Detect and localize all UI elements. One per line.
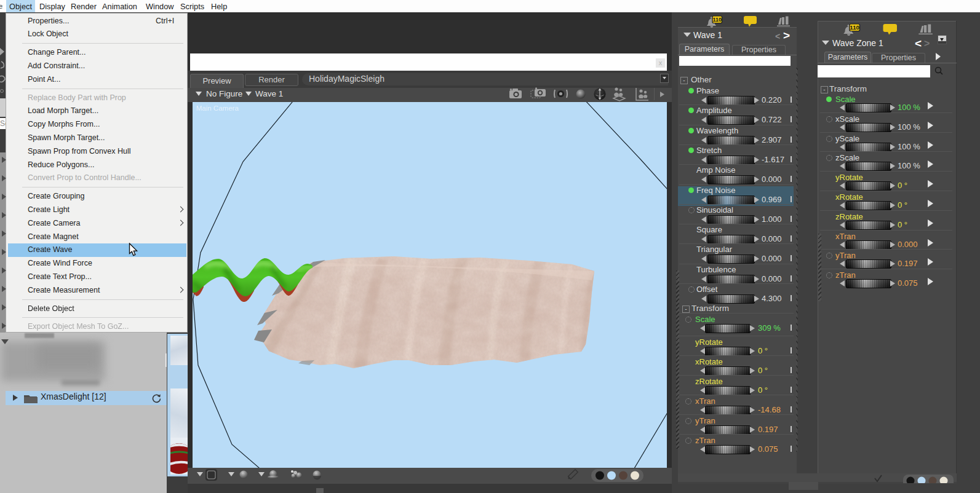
- svg-text:110: 110: [712, 17, 722, 23]
- svg-text:110: 110: [850, 25, 859, 31]
- svg-text:Main Camera: Main Camera: [196, 105, 239, 112]
